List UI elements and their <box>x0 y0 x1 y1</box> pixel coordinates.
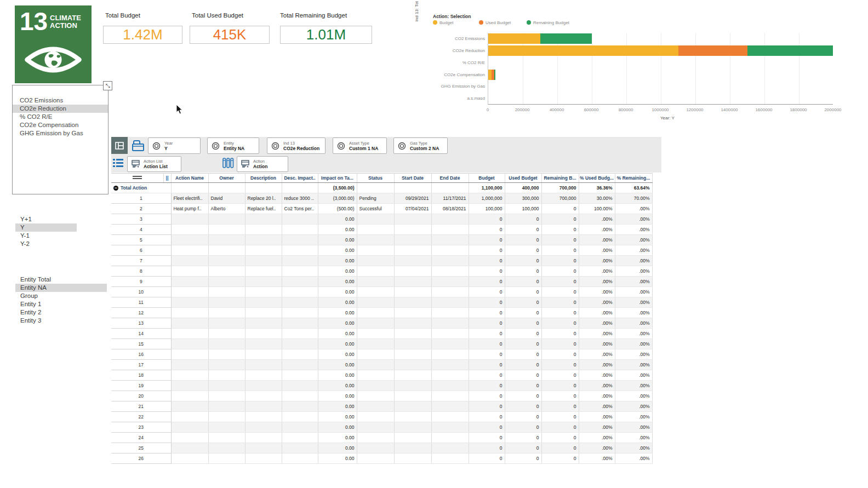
table-cell: 0 <box>505 339 541 349</box>
row-list-icon[interactable] <box>112 158 124 169</box>
indicator-item-co2-re[interactable]: % CO2 R/E <box>13 113 108 121</box>
entity-item-group[interactable]: Group <box>15 292 107 300</box>
filter-circle-icon <box>271 142 279 150</box>
column-header[interactable]: Description <box>245 174 282 183</box>
table-row[interactable]: 140.00000.00%.00% <box>111 329 652 339</box>
columns-icon[interactable] <box>222 157 234 169</box>
column-header[interactable]: Desc. Impact.. <box>282 174 318 183</box>
table-row[interactable]: 190.00000.00%.00% <box>111 381 652 391</box>
table-row[interactable]: 240.00000.00%.00% <box>111 433 652 443</box>
filter-chip-asset-type[interactable]: Asset TypeCustom 1 NA <box>333 137 387 154</box>
indicator-item-co2e-reduction[interactable]: CO2e Reduction <box>13 105 108 113</box>
table-row[interactable]: 30.00000.00%.00% <box>111 214 652 225</box>
filter-chip-entity[interactable]: EntityEntity NA <box>207 137 259 154</box>
bar-segment-budget[interactable] <box>488 33 540 44</box>
table-cell: 0 <box>469 308 505 318</box>
column-header[interactable]: Remaining B... <box>541 174 579 183</box>
table-cell <box>282 266 318 277</box>
column-header[interactable]: Action Name <box>171 174 208 183</box>
column-header[interactable]: Used Budget <box>505 174 541 183</box>
column-header[interactable]: % Used Budg... <box>579 174 615 183</box>
entity-item-2[interactable]: Entity 2 <box>15 308 107 317</box>
builder-drawer-icon[interactable] <box>132 140 145 152</box>
table-row[interactable]: 40.00000.00%.00% <box>111 225 652 235</box>
indicator-item-ghg-emission[interactable]: GHG Emission by Gas <box>13 129 108 137</box>
column-header[interactable]: Start Date <box>394 174 431 183</box>
total-cell <box>431 183 469 193</box>
table-row[interactable]: 200.00000.00%.00% <box>111 391 652 401</box>
table-row[interactable]: 260.00000.00%.00% <box>111 453 652 464</box>
total-remaining-budget-label: Total Remaining Budget <box>280 12 347 19</box>
table-cell: 0 <box>469 318 505 329</box>
table-cell: Co2 Tons per.. <box>282 204 318 214</box>
table-cell <box>171 443 208 453</box>
column-header[interactable]: Budget <box>469 174 505 183</box>
year-item-y[interactable]: Y <box>15 223 77 232</box>
filter-chip-ind13[interactable]: Ind 13CO2e Reduction <box>267 137 326 154</box>
collapse-icon[interactable]: − <box>113 186 118 191</box>
table-row[interactable]: 160.00000.00%.00% <box>111 349 652 360</box>
table-cell: 100,000 <box>469 204 505 214</box>
table-cell: .00% <box>615 297 652 308</box>
legend-used-budget: Used Budget <box>479 20 511 25</box>
entity-item-na[interactable]: Entity NA <box>15 284 107 292</box>
bar-segment-used-budget[interactable] <box>678 45 747 56</box>
table-row[interactable]: 150.00000.00%.00% <box>111 339 652 349</box>
filter-chip-year[interactable]: YearY <box>148 137 201 154</box>
total-row[interactable]: −Total Action(3,500.00)1,100,000400,0007… <box>111 183 652 193</box>
table-cell <box>431 318 469 329</box>
table-row[interactable]: 2Heat pump f..AlbertoReplace fuel..Co2 T… <box>111 204 652 214</box>
bar-segment-remaining-budget[interactable] <box>747 45 833 56</box>
column-header[interactable]: % Remaining... <box>615 174 652 183</box>
row-number: 18 <box>111 370 171 381</box>
entity-item-3[interactable]: Entity 3 <box>15 317 107 325</box>
table-row[interactable]: 210.00000.00%.00% <box>111 401 652 412</box>
table-cell <box>431 214 469 225</box>
builder-chip-action-list[interactable]: Action ListAction List <box>127 156 181 172</box>
table-cell: 0 <box>469 277 505 287</box>
table-row[interactable]: 70.00000.00%.00% <box>111 256 652 266</box>
stacked-bar-chart[interactable] <box>488 33 833 105</box>
bar-segment-remaining-budget[interactable] <box>540 33 592 44</box>
indicator-item-co2-emissions[interactable]: CO2 Emissions <box>13 96 108 105</box>
table-row[interactable]: 100.00000.00%.00% <box>111 287 652 297</box>
table-row[interactable]: 130.00000.00%.00% <box>111 318 652 329</box>
bar-segment-remaining-budget[interactable] <box>494 70 495 80</box>
table-row[interactable]: 60.00000.00%.00% <box>111 245 652 256</box>
column-header[interactable]: End Date <box>431 174 469 183</box>
year-item-y-plus-1[interactable]: Y+1 <box>15 215 77 223</box>
table-row[interactable]: 180.00000.00%.00% <box>111 370 652 381</box>
year-item-y-minus-1[interactable]: Y-1 <box>15 232 77 240</box>
table-row[interactable]: 230.00000.00%.00% <box>111 422 652 433</box>
table-cell <box>357 214 394 225</box>
table-cell: 0 <box>541 370 579 381</box>
column-header[interactable]: Status <box>357 174 394 183</box>
bar-segment-budget[interactable] <box>488 45 678 56</box>
table-row[interactable]: 120.00000.00%.00% <box>111 308 652 318</box>
year-item-y-minus-2[interactable]: Y-2 <box>15 240 77 248</box>
table-cell <box>171 433 208 443</box>
panel-layout-button[interactable] <box>111 137 128 154</box>
table-row[interactable]: 110.00000.00%.00% <box>111 297 652 308</box>
column-header[interactable]: Impact on Ta... <box>318 174 357 183</box>
filter-chip-gas-type[interactable]: Gas TypeCustom 2 NA <box>393 137 448 154</box>
table-row[interactable]: 250.00000.00%.00% <box>111 443 652 453</box>
table-row[interactable]: 1Fleet electrifi..DavidReplace 20 l..red… <box>111 193 652 204</box>
table-row[interactable]: 220.00000.00%.00% <box>111 412 652 422</box>
resize-icon[interactable]: ⤡ <box>103 81 112 90</box>
entity-item-1[interactable]: Entity 1 <box>15 300 107 308</box>
row-menu-icon[interactable] <box>133 175 142 180</box>
action-table[interactable]: ||Action NameOwnerDescriptionDesc. Impac… <box>111 173 653 464</box>
table-row[interactable]: 80.00000.00%.00% <box>111 266 652 277</box>
table-row[interactable]: 90.00000.00%.00% <box>111 277 652 287</box>
column-drag-handle[interactable]: || <box>163 174 171 183</box>
entity-item-total[interactable]: Entity Total <box>15 275 107 284</box>
table-row[interactable]: 170.00000.00%.00% <box>111 360 652 370</box>
column-header[interactable]: Owner <box>208 174 245 183</box>
indicator-item-co2e-compensation[interactable]: CO2e Compensation <box>13 121 108 129</box>
table-cell <box>394 401 431 412</box>
table-cell: .00% <box>579 329 615 339</box>
table-row[interactable]: 50.00000.00%.00% <box>111 235 652 245</box>
table-cell: 0 <box>505 443 541 453</box>
builder-chip-action[interactable]: ActionAction <box>237 156 288 172</box>
